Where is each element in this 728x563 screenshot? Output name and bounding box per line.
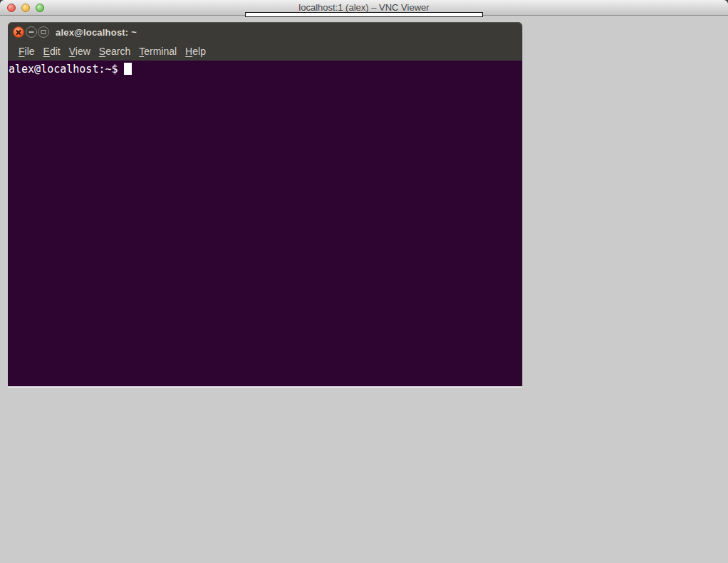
- terminal-cursor-icon: [124, 63, 132, 75]
- terminal-screen[interactable]: alex@localhost:~$: [8, 61, 522, 386]
- menu-search[interactable]: Search: [95, 43, 135, 61]
- terminal-close-button[interactable]: [13, 26, 24, 38]
- shell-prompt: alex@localhost:~$: [9, 63, 118, 76]
- menu-view[interactable]: View: [65, 43, 95, 61]
- menu-file[interactable]: File: [14, 43, 39, 61]
- terminal-maximize-button[interactable]: [38, 26, 49, 38]
- terminal-titlebar[interactable]: alex@localhost: ~: [8, 22, 522, 43]
- terminal-title: alex@localhost: ~: [56, 22, 137, 43]
- terminal-line: alex@localhost:~$: [9, 62, 522, 76]
- minimize-icon: [29, 31, 34, 33]
- menu-terminal[interactable]: Terminal: [135, 43, 181, 61]
- menu-help[interactable]: Help: [181, 43, 210, 61]
- menu-edit[interactable]: Edit: [39, 43, 65, 61]
- vnc-toolbar-tab[interactable]: [245, 12, 483, 17]
- vnc-viewer-window: localhost:1 (alex) – VNC Viewer alex@loc…: [0, 0, 728, 563]
- terminal-menubar: File Edit View Search Terminal Help: [8, 43, 522, 61]
- maximize-icon: [41, 30, 46, 34]
- remote-desktop: alex@localhost: ~ File Edit View Search …: [0, 16, 728, 563]
- close-icon: [16, 29, 22, 36]
- terminal-minimize-button[interactable]: [26, 26, 37, 38]
- terminal-window: alex@localhost: ~ File Edit View Search …: [8, 22, 522, 386]
